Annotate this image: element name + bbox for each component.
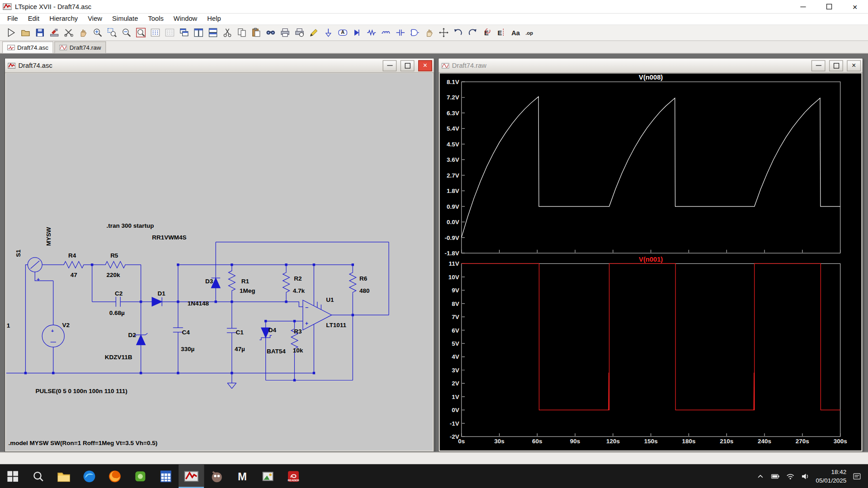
- zoom-in-icon[interactable]: [92, 27, 104, 39]
- taskbar-search-button[interactable]: [25, 464, 51, 488]
- print-preview-icon[interactable]: [294, 27, 305, 39]
- capacitor-icon[interactable]: [395, 27, 406, 39]
- value-c2[interactable]: 0.68µ: [109, 310, 125, 316]
- value-v2-pulse[interactable]: PULSE(0 5 0 100n 100n 110 111): [36, 388, 127, 394]
- taskbar-file-explorer[interactable]: [51, 464, 76, 488]
- directive-model[interactable]: .model MYSW SW(Ron=1 Roff=1Meg Vt=3.5 Vh…: [8, 440, 157, 446]
- taskbar-gimp[interactable]: [204, 464, 229, 488]
- schematic-window-titlebar[interactable]: Draft74.asc ×: [5, 59, 434, 73]
- menu-hierarchy[interactable]: Hierarchy: [44, 14, 83, 24]
- zoom-full-icon[interactable]: [135, 27, 146, 39]
- component-d2-zener[interactable]: [134, 333, 147, 345]
- child-close-button[interactable]: ×: [418, 60, 432, 71]
- resistor-icon[interactable]: [366, 27, 377, 39]
- minimize-button[interactable]: [790, 0, 816, 13]
- menu-window[interactable]: Window: [169, 14, 202, 24]
- ground-icon[interactable]: [323, 27, 334, 39]
- label-u1[interactable]: U1: [326, 296, 334, 303]
- tab-draft74-raw[interactable]: Draft74.raw: [55, 42, 106, 53]
- taskbar-clock[interactable]: 18:42 05/01/2025: [816, 468, 847, 484]
- menu-view[interactable]: View: [83, 14, 107, 24]
- maximize-button[interactable]: [816, 0, 842, 13]
- label-d3[interactable]: D3: [205, 278, 213, 285]
- text-edit-icon[interactable]: [308, 27, 320, 39]
- cut-wire-icon[interactable]: [63, 27, 75, 39]
- value-r5[interactable]: 220k: [107, 272, 121, 278]
- schematic-canvas[interactable]: .tran 300 startup RR1VWM4S S1 MYSW R4 47…: [6, 74, 432, 450]
- value-r3[interactable]: 10k: [293, 347, 303, 354]
- tile-horizontal-icon[interactable]: [208, 27, 219, 39]
- component-r5-resistor[interactable]: [104, 262, 127, 268]
- label-r2[interactable]: R2: [294, 275, 302, 282]
- value-d4[interactable]: BAT54: [267, 348, 286, 355]
- child-minimize-button[interactable]: [811, 60, 826, 71]
- taskbar-pdf-reader[interactable]: READER: [281, 464, 306, 488]
- child-maximize-button[interactable]: [829, 60, 843, 71]
- mark-unconn-icon[interactable]: [164, 27, 175, 39]
- label-icon[interactable]: A: [337, 27, 349, 39]
- component-r4-resistor[interactable]: [63, 262, 85, 268]
- label-r5[interactable]: R5: [110, 252, 118, 259]
- copy-icon[interactable]: [236, 27, 248, 39]
- taskbar-maxima[interactable]: M: [230, 464, 255, 488]
- spice-directive-icon[interactable]: .op: [525, 27, 536, 39]
- wifi-icon[interactable]: [786, 472, 795, 481]
- drag-icon[interactable]: [438, 27, 449, 39]
- close-button[interactable]: ×: [842, 0, 868, 13]
- rotate-icon[interactable]: E: [481, 27, 493, 39]
- tile-vertical-icon[interactable]: [193, 27, 204, 39]
- cascade-windows-icon[interactable]: [179, 27, 190, 39]
- value-d1[interactable]: 1N4148: [188, 300, 209, 307]
- control-panel-icon[interactable]: [49, 27, 60, 39]
- menu-file[interactable]: File: [2, 14, 23, 24]
- value-c1[interactable]: 47µ: [235, 346, 245, 352]
- taskbar-edge-browser[interactable]: [76, 464, 102, 488]
- child-minimize-button[interactable]: [383, 60, 397, 71]
- zoom-region-icon[interactable]: [107, 27, 118, 39]
- component-s1-switch[interactable]: [28, 258, 42, 272]
- child-close-button[interactable]: ×: [847, 60, 861, 71]
- paste-icon[interactable]: [251, 27, 262, 39]
- menu-tools[interactable]: Tools: [143, 14, 168, 24]
- grid-icon[interactable]: [150, 27, 161, 39]
- move-icon[interactable]: [424, 27, 435, 39]
- waveform-canvas[interactable]: V(n008)8.1V7.2V6.3V5.4V4.5V3.6V2.7V1.8V0…: [440, 74, 861, 450]
- start-button[interactable]: [0, 464, 25, 488]
- tray-chevron-up-icon[interactable]: [756, 472, 765, 481]
- menu-simulate[interactable]: Simulate: [107, 14, 143, 24]
- value-r4[interactable]: 47: [71, 272, 77, 278]
- open-icon[interactable]: [20, 27, 31, 39]
- component-icon[interactable]: [409, 27, 420, 39]
- value-u1[interactable]: LT1011: [326, 322, 346, 328]
- text-note[interactable]: RR1VWM4S: [152, 234, 186, 241]
- label-r6[interactable]: R6: [359, 275, 367, 282]
- label-d4[interactable]: D4: [269, 327, 277, 333]
- component-d1-diode[interactable]: [152, 297, 162, 306]
- notifications-icon[interactable]: [853, 472, 862, 481]
- diode-icon[interactable]: [352, 27, 363, 39]
- directive-tran[interactable]: .tran 300 startup: [107, 222, 154, 229]
- print-icon[interactable]: [279, 27, 291, 39]
- tab-draft74-asc[interactable]: Draft74.asc: [2, 42, 53, 53]
- taskbar-ltspice[interactable]: [179, 464, 204, 488]
- label-r4[interactable]: R4: [68, 252, 76, 259]
- label-c2[interactable]: C2: [115, 290, 123, 297]
- battery-icon[interactable]: [771, 472, 780, 481]
- label-r3[interactable]: R3: [294, 328, 302, 335]
- taskbar-spreadsheet[interactable]: [153, 464, 179, 488]
- undo-icon[interactable]: [453, 27, 464, 39]
- inductor-icon[interactable]: [381, 27, 392, 39]
- menu-help[interactable]: Help: [202, 14, 226, 24]
- taskbar-photos[interactable]: [255, 464, 280, 488]
- label-d2[interactable]: D2: [128, 332, 136, 338]
- mirror-icon[interactable]: E: [496, 27, 507, 39]
- label-c1[interactable]: C1: [236, 329, 244, 336]
- label-c4[interactable]: C4: [182, 329, 190, 336]
- label-r1[interactable]: R1: [241, 278, 250, 285]
- value-r2[interactable]: 4.7k: [293, 287, 305, 294]
- component-r1-resistor[interactable]: [228, 270, 235, 292]
- label-v2[interactable]: V2: [62, 322, 70, 328]
- pan-icon[interactable]: [78, 27, 89, 39]
- find-icon[interactable]: [265, 27, 276, 39]
- value-d2[interactable]: KDZV11B: [105, 354, 132, 361]
